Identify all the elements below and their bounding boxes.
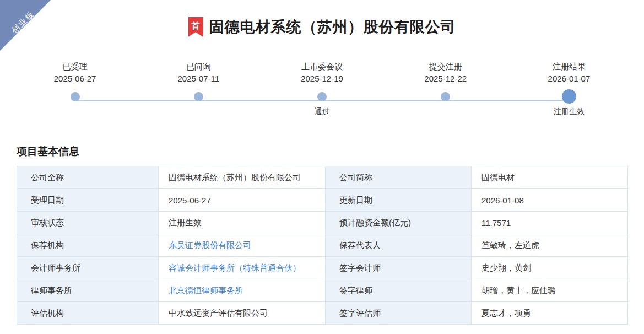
ipo-detail-page: 创业板 首 固德电材系统（苏州）股份有限公司 已受理 2025-06-27 已问… — [0, 0, 644, 334]
sponsor-link[interactable]: 东吴证券股份有限公司 — [169, 240, 251, 250]
table-row: 律师事务所 北京德恒律师事务所 签字律师 胡璔，黄丰，应佳璐 — [17, 279, 628, 302]
table-row: 受理日期 2025-06-27 更新日期 2026-01-08 — [17, 189, 628, 212]
step-sub-label — [384, 106, 507, 117]
field-label: 更新日期 — [326, 189, 472, 212]
field-value: 固德电材 — [472, 166, 628, 189]
table-row: 公司全称 固德电材系统（苏州）股份有限公司 公司简称 固德电材 — [17, 166, 628, 189]
timeline-step-committee-meeting: 上市委会议 2025-12-19 通过 — [260, 61, 383, 117]
step-name: 已受理 — [13, 61, 137, 73]
company-title: 固德电材系统（苏州）股份有限公司 — [209, 17, 456, 37]
field-value: 2026-01-08 — [472, 189, 628, 212]
field-label: 保荐机构 — [17, 234, 159, 257]
field-value: 11.7571 — [472, 212, 628, 234]
field-value: 笪敏琦，左道虎 — [472, 234, 628, 257]
timeline-dot-icon — [71, 92, 80, 101]
field-value: 胡璔，黄丰，应佳璐 — [472, 279, 628, 302]
field-label: 保荐代表人 — [326, 234, 472, 257]
field-value-link-cell: 北京德恒律师事务所 — [159, 279, 326, 302]
field-value: 中水致远资产评估有限公司 — [159, 302, 326, 325]
step-date: 2025-12-22 — [384, 73, 507, 85]
timeline-step-submit-registration: 提交注册 2025-12-22 — [384, 61, 507, 117]
timeline-dot-icon — [194, 92, 203, 101]
step-date: 2026-01-07 — [507, 73, 631, 85]
field-label: 受理日期 — [17, 189, 159, 212]
timeline-step-accepted: 已受理 2025-06-27 — [13, 61, 137, 117]
table-row: 审核状态 注册生效 预计融资金额(亿元) 11.7571 — [17, 212, 628, 234]
field-value: 夏志才，项勇 — [472, 302, 628, 325]
field-label: 评估机构 — [17, 302, 159, 325]
step-date: 2025-06-27 — [13, 73, 137, 85]
step-sub-label — [137, 106, 260, 117]
section-title-basic-info: 项目基本信息 — [17, 144, 644, 159]
step-sub-label — [13, 106, 137, 117]
field-value: 2025-06-27 — [159, 189, 326, 212]
field-label: 签字会计师 — [326, 257, 472, 279]
field-label: 律师事务所 — [17, 279, 159, 302]
law-firm-link[interactable]: 北京德恒律师事务所 — [169, 285, 243, 295]
page-header: 首 固德电材系统（苏州）股份有限公司 — [0, 0, 644, 37]
field-value: 注册生效 — [159, 212, 326, 234]
step-date: 2025-07-11 — [137, 73, 260, 85]
field-label: 审核状态 — [17, 212, 159, 234]
timeline-step-registration-result: 注册结果 2026-01-07 注册生效 — [507, 61, 631, 117]
field-label: 预计融资金额(亿元) — [326, 212, 472, 234]
timeline-dot-active-icon — [562, 89, 576, 104]
review-progress-timeline: 已受理 2025-06-27 已问询 2025-07-11 上市委会议 2025… — [13, 61, 631, 117]
table-row: 保荐机构 东吴证券股份有限公司 保荐代表人 笪敏琦，左道虎 — [17, 234, 628, 257]
field-value: 固德电材系统（苏州）股份有限公司 — [159, 166, 326, 189]
project-basic-info-table: 公司全称 固德电材系统（苏州）股份有限公司 公司简称 固德电材 受理日期 202… — [17, 166, 628, 325]
first-issue-badge-icon: 首 — [188, 17, 203, 37]
field-value: 史少翔，黄剑 — [472, 257, 628, 279]
step-name: 注册结果 — [507, 61, 631, 73]
step-sub-label: 通过 — [260, 106, 383, 117]
step-sub-label: 注册生效 — [507, 106, 631, 117]
timeline-dot-icon — [441, 92, 450, 101]
table-row: 会计师事务所 容诚会计师事务所（特殊普通合伙） 签字会计师 史少翔，黄剑 — [17, 257, 628, 279]
table-row: 评估机构 中水致远资产评估有限公司 签字评估师 夏志才，项勇 — [17, 302, 628, 325]
field-label: 公司简称 — [326, 166, 472, 189]
step-name: 上市委会议 — [260, 61, 383, 73]
field-value-link-cell: 东吴证券股份有限公司 — [159, 234, 326, 257]
field-label: 签字律师 — [326, 279, 472, 302]
step-name: 提交注册 — [384, 61, 507, 73]
accounting-firm-link[interactable]: 容诚会计师事务所（特殊普通合伙） — [169, 263, 301, 272]
step-name: 已问询 — [137, 61, 260, 73]
step-date: 2025-12-19 — [260, 73, 383, 85]
timeline-dot-icon — [317, 92, 327, 101]
timeline-steps: 已受理 2025-06-27 已问询 2025-07-11 上市委会议 2025… — [13, 61, 631, 117]
field-label: 签字评估师 — [326, 302, 472, 325]
field-label: 会计师事务所 — [17, 257, 159, 279]
field-value-link-cell: 容诚会计师事务所（特殊普通合伙） — [159, 257, 326, 279]
field-label: 公司全称 — [17, 166, 159, 189]
timeline-step-inquired: 已问询 2025-07-11 — [137, 61, 260, 117]
